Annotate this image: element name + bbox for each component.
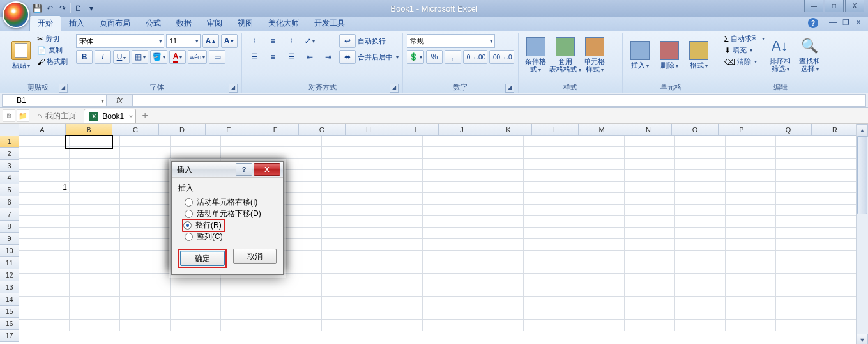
radio-entire-column[interactable]: 整列(C)	[185, 231, 277, 242]
tab-review[interactable]: 审阅	[199, 16, 230, 31]
row-header-1[interactable]: 1	[0, 136, 19, 148]
cells-format-button[interactable]: 格式	[685, 34, 712, 77]
cell-F17[interactable]	[271, 320, 322, 331]
number-format-combo[interactable]: 常规	[407, 34, 495, 48]
cell-I3[interactable]	[423, 159, 473, 170]
char-border-button[interactable]: ▭	[209, 50, 225, 64]
cell-A16[interactable]	[19, 308, 70, 320]
cell-O11[interactable]	[726, 251, 776, 262]
cell-C11[interactable]	[120, 251, 171, 262]
cell-M11[interactable]	[625, 251, 675, 262]
cell-L10[interactable]	[574, 239, 625, 251]
cell-K11[interactable]	[524, 251, 574, 262]
fill-button[interactable]: ⬇填充	[724, 45, 765, 55]
cell-B11[interactable]	[70, 251, 120, 262]
cell-E2[interactable]	[221, 147, 271, 159]
cell-B8[interactable]	[70, 216, 120, 228]
row-header-5[interactable]: 5	[0, 184, 19, 196]
help-icon[interactable]: ?	[808, 18, 818, 28]
cell-F15[interactable]	[271, 297, 322, 308]
sort-filter-button[interactable]: A↓排序和 筛选	[767, 34, 794, 77]
cell-H1[interactable]	[372, 136, 423, 147]
align-left-button[interactable]: ☰	[246, 50, 263, 64]
cell-N17[interactable]	[675, 320, 726, 331]
tab-data[interactable]: 数据	[169, 16, 199, 31]
cell-J7[interactable]	[473, 205, 524, 216]
row-header-14[interactable]: 14	[0, 293, 19, 306]
align-launcher[interactable]: ◢	[390, 84, 399, 93]
row-header-6[interactable]: 6	[0, 196, 19, 208]
cell-H6[interactable]	[372, 193, 423, 205]
cell-C13[interactable]	[120, 274, 171, 285]
merge-center-button[interactable]: ⬌合并后居中	[339, 50, 399, 64]
cell-A10[interactable]	[19, 239, 70, 251]
cell-B5[interactable]	[70, 182, 120, 193]
cell-C1[interactable]	[120, 136, 171, 147]
cell-H15[interactable]	[372, 297, 423, 308]
cell-B16[interactable]	[70, 308, 120, 320]
vertical-scrollbar[interactable]: ▲ ▼	[856, 124, 868, 344]
cell-K17[interactable]	[524, 320, 574, 331]
cell-H10[interactable]	[372, 239, 423, 251]
cell-A13[interactable]	[19, 274, 70, 285]
cell-J17[interactable]	[473, 320, 524, 331]
cell-N9[interactable]	[675, 228, 726, 239]
comma-button[interactable]: ,	[445, 50, 461, 64]
row-header-13[interactable]: 13	[0, 281, 19, 293]
cell-K15[interactable]	[524, 297, 574, 308]
font-size-combo[interactable]: 11	[166, 34, 201, 48]
cell-G14[interactable]	[322, 285, 372, 297]
cell-B14[interactable]	[70, 285, 120, 297]
cell-J14[interactable]	[473, 285, 524, 297]
cell-P16[interactable]	[776, 308, 826, 320]
doc-tab-book1[interactable]: X Book1 ×	[84, 109, 136, 123]
cell-A5[interactable]: 1	[19, 182, 70, 193]
row-header-17[interactable]: 17	[0, 330, 19, 342]
cell-C17[interactable]	[120, 320, 171, 331]
qat-undo-icon[interactable]: ↶	[45, 3, 55, 13]
cell-N13[interactable]	[675, 274, 726, 285]
cell-C16[interactable]	[120, 308, 171, 320]
doc-tab-add-button[interactable]: +	[137, 109, 153, 123]
autosum-button[interactable]: Σ自动求和	[724, 34, 765, 43]
tab-view[interactable]: 视图	[230, 16, 261, 31]
paste-button[interactable]: 粘贴	[8, 34, 34, 77]
cell-A6[interactable]	[19, 193, 70, 205]
cell-B12[interactable]	[70, 262, 120, 274]
fill-color-button[interactable]: 🪣	[150, 50, 167, 64]
name-box[interactable]: B1	[2, 94, 107, 107]
cell-P10[interactable]	[776, 239, 826, 251]
cell-I10[interactable]	[423, 239, 473, 251]
column-header-Q[interactable]: Q	[765, 124, 812, 136]
cell-G1[interactable]	[322, 136, 372, 147]
cell-D14[interactable]	[171, 285, 221, 297]
cell-I16[interactable]	[423, 308, 473, 320]
cell-E15[interactable]	[221, 297, 271, 308]
cell-A3[interactable]	[19, 159, 70, 170]
row-header-9[interactable]: 9	[0, 233, 19, 245]
cell-G17[interactable]	[322, 320, 372, 331]
cell-A1[interactable]	[19, 136, 70, 147]
format-as-table-button[interactable]: 套用 表格格式	[552, 34, 579, 77]
cell-O13[interactable]	[726, 274, 776, 285]
cell-J16[interactable]	[473, 308, 524, 320]
cell-N14[interactable]	[675, 285, 726, 297]
window-minimize-button[interactable]: —	[804, 0, 823, 12]
grow-font-button[interactable]: A▲	[202, 34, 219, 48]
cell-L6[interactable]	[574, 193, 625, 205]
cell-J12[interactable]	[473, 262, 524, 274]
cell-H3[interactable]	[372, 159, 423, 170]
tab-beautify[interactable]: 美化大师	[261, 16, 307, 31]
cell-P4[interactable]	[776, 170, 826, 182]
cell-K8[interactable]	[524, 216, 574, 228]
cell-N5[interactable]	[675, 182, 726, 193]
cell-O10[interactable]	[726, 239, 776, 251]
cells-delete-button[interactable]: 删除	[656, 34, 683, 77]
cell-N1[interactable]	[675, 136, 726, 147]
cell-O8[interactable]	[726, 216, 776, 228]
window-close-button[interactable]: X	[845, 0, 864, 12]
scroll-up-button[interactable]: ▲	[857, 124, 868, 137]
phonetic-button[interactable]: wén	[188, 50, 207, 64]
cell-styles-button[interactable]: 单元格 样式	[581, 34, 608, 77]
select-all-corner[interactable]	[0, 124, 20, 136]
